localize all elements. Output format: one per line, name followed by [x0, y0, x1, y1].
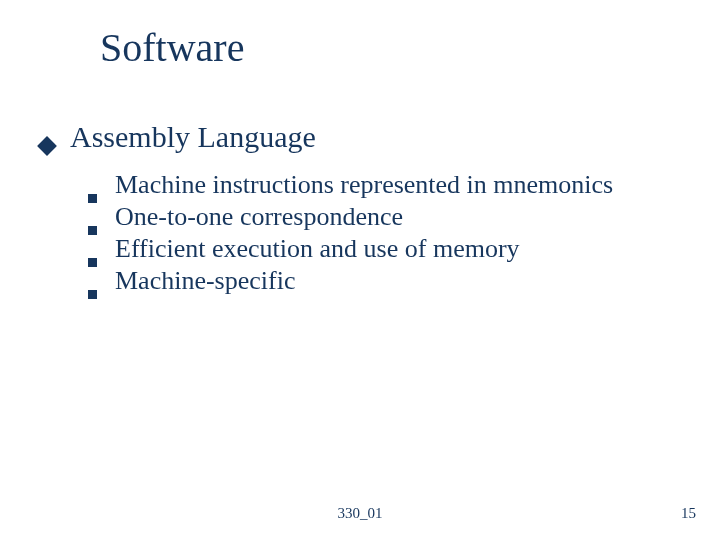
- sub-list: Machine instructions represented in mnem…: [88, 170, 613, 298]
- page-number: 15: [681, 505, 696, 522]
- list-item: Machine-specific: [88, 266, 613, 296]
- square-bullet-icon: [88, 194, 97, 203]
- sub-text: Machine-specific: [115, 266, 295, 296]
- topic-label: Assembly Language: [70, 120, 316, 154]
- square-bullet-icon: [88, 290, 97, 299]
- sub-text: Efficient execution and use of memory: [115, 234, 520, 264]
- topic-row: Assembly Language: [40, 120, 316, 154]
- square-bullet-icon: [88, 258, 97, 267]
- list-item: Machine instructions represented in mnem…: [88, 170, 613, 200]
- square-bullet-icon: [88, 226, 97, 235]
- diamond-bullet-icon: [37, 136, 57, 156]
- slide-title: Software: [100, 24, 244, 71]
- list-item: One-to-one correspondence: [88, 202, 613, 232]
- list-item: Efficient execution and use of memory: [88, 234, 613, 264]
- sub-text: Machine instructions represented in mnem…: [115, 170, 613, 200]
- sub-text: One-to-one correspondence: [115, 202, 403, 232]
- footer-center-label: 330_01: [338, 505, 383, 522]
